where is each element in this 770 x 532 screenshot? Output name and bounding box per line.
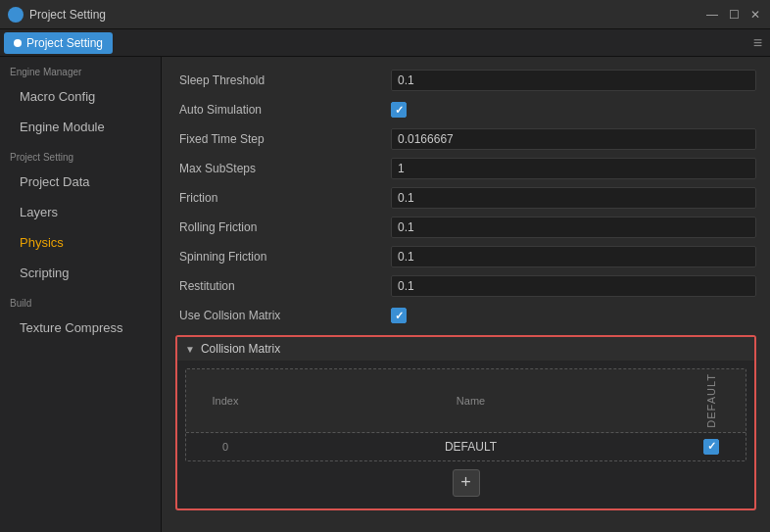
- sidebar-section-build: Build: [0, 288, 161, 313]
- sidebar-item-physics[interactable]: Physics: [0, 227, 161, 258]
- fixed-time-step-label: Fixed Time Step: [175, 132, 391, 146]
- row-use-collision-matrix: Use Collsion Matrix: [175, 302, 756, 329]
- row-restitution: Restitution: [175, 272, 756, 300]
- row-sleep-threshold: Sleep Threshold: [175, 67, 756, 94]
- row-fixed-time-step: Fixed Time Step: [175, 125, 756, 153]
- col-header-name: Name: [265, 395, 677, 407]
- restitution-label: Restitution: [175, 279, 391, 293]
- collision-table-header: Index Name DEFAULT: [186, 369, 746, 433]
- sidebar: Engine Manager Macro Config Engine Modul…: [0, 57, 162, 532]
- row-rolling-friction: Rolling Friction: [175, 214, 756, 241]
- rolling-friction-input[interactable]: [391, 217, 756, 238]
- restitution-input[interactable]: [391, 275, 756, 297]
- spinning-friction-input[interactable]: [391, 246, 756, 267]
- window-controls: — ☐ ✕: [705, 8, 762, 22]
- add-icon: +: [460, 472, 471, 493]
- window-title: Project Setting: [29, 8, 705, 22]
- main-layout: Engine Manager Macro Config Engine Modul…: [0, 57, 770, 532]
- collapse-arrow-icon: ▼: [185, 344, 195, 355]
- spinning-friction-label: Spinning Friction: [175, 250, 391, 264]
- sidebar-item-layers[interactable]: Layers: [0, 197, 161, 227]
- sidebar-item-texture-compress[interactable]: Texture Compress: [0, 313, 161, 343]
- sleep-threshold-label: Sleep Threshold: [175, 73, 391, 87]
- auto-simulation-checkbox[interactable]: [391, 102, 407, 118]
- row-index: 0: [186, 441, 265, 453]
- title-bar: Project Setting — ☐ ✕: [0, 0, 770, 29]
- col-default-text: DEFAULT: [705, 373, 717, 428]
- use-collision-matrix-checkbox[interactable]: [391, 308, 407, 323]
- collision-matrix-title: Collision Matrix: [201, 342, 280, 356]
- add-row-button[interactable]: +: [453, 469, 480, 497]
- tab-bar: Project Setting ≡: [0, 29, 770, 57]
- row-name: DEFAULT: [265, 440, 677, 454]
- sidebar-item-macro-config[interactable]: Macro Config: [0, 81, 161, 112]
- table-row: 0 DEFAULT: [186, 433, 746, 460]
- fixed-time-step-input[interactable]: [391, 128, 756, 150]
- collision-table: Index Name DEFAULT 0 DEFAULT: [185, 368, 746, 461]
- app-icon: [8, 7, 24, 23]
- tab-label: Project Setting: [26, 36, 103, 50]
- row-friction: Friction: [175, 184, 756, 212]
- tab-project-setting[interactable]: Project Setting: [4, 32, 113, 54]
- use-collision-matrix-label: Use Collsion Matrix: [175, 309, 391, 322]
- sidebar-section-engine-manager: Engine Manager: [0, 57, 161, 81]
- row-max-substeps: Max SubSteps: [175, 155, 756, 182]
- row-auto-simulation: Auto Simulation: [175, 96, 756, 123]
- row-default-checkbox-cell: [677, 439, 746, 455]
- sidebar-item-scripting[interactable]: Scripting: [0, 258, 161, 288]
- collision-matrix-section: ▼ Collision Matrix Index Name DEFAULT: [175, 335, 756, 510]
- tab-dot: [14, 39, 22, 47]
- content-area: Sleep Threshold Auto Simulation Fixed Ti…: [162, 57, 770, 532]
- max-substeps-input[interactable]: [391, 158, 756, 179]
- friction-input[interactable]: [391, 187, 756, 209]
- sidebar-item-engine-module[interactable]: Engine Module: [0, 112, 161, 142]
- row-default-checkbox[interactable]: [703, 439, 719, 455]
- row-spinning-friction: Spinning Friction: [175, 243, 756, 270]
- tab-menu-icon[interactable]: ≡: [753, 34, 762, 52]
- col-header-index: Index: [186, 395, 265, 407]
- collision-matrix-content: Index Name DEFAULT 0 DEFAULT: [177, 361, 754, 508]
- auto-simulation-label: Auto Simulation: [175, 103, 391, 117]
- minimize-button[interactable]: —: [705, 8, 719, 22]
- close-button[interactable]: ✕: [748, 8, 762, 22]
- sidebar-item-project-data[interactable]: Project Data: [0, 167, 161, 197]
- sidebar-section-project-setting: Project Setting: [0, 142, 161, 167]
- col-header-default: DEFAULT: [677, 373, 746, 428]
- rolling-friction-label: Rolling Friction: [175, 220, 391, 234]
- friction-label: Friction: [175, 191, 391, 205]
- collision-matrix-header[interactable]: ▼ Collision Matrix: [177, 337, 754, 361]
- maximize-button[interactable]: ☐: [727, 8, 741, 22]
- max-substeps-label: Max SubSteps: [175, 162, 391, 175]
- sleep-threshold-input[interactable]: [391, 70, 756, 91]
